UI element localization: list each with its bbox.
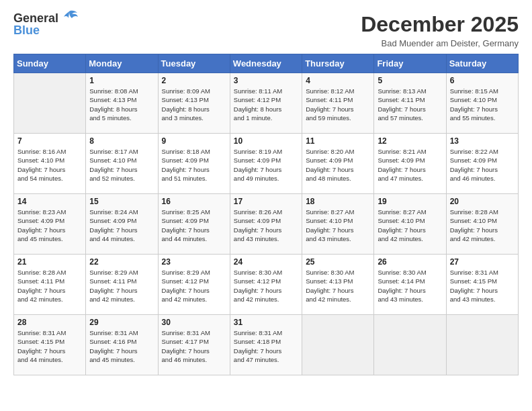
calendar-cell: 9Sunrise: 8:18 AM Sunset: 4:09 PM Daylig… bbox=[158, 134, 230, 194]
day-number: 6 bbox=[450, 76, 515, 85]
day-info: Sunrise: 8:30 AM Sunset: 4:12 PM Dayligh… bbox=[234, 268, 298, 304]
page-header: General Blue December 2025 Bad Muender a… bbox=[13, 12, 519, 48]
day-info: Sunrise: 8:31 AM Sunset: 4:16 PM Dayligh… bbox=[89, 328, 154, 364]
column-header-sunday: Sunday bbox=[14, 54, 86, 73]
calendar-cell: 31Sunrise: 8:31 AM Sunset: 4:18 PM Dayli… bbox=[230, 315, 302, 375]
calendar-cell: 3Sunrise: 8:11 AM Sunset: 4:12 PM Daylig… bbox=[230, 73, 302, 134]
day-info: Sunrise: 8:30 AM Sunset: 4:14 PM Dayligh… bbox=[378, 268, 442, 304]
day-info: Sunrise: 8:24 AM Sunset: 4:09 PM Dayligh… bbox=[89, 208, 154, 243]
day-number: 16 bbox=[162, 197, 226, 206]
calendar-cell: 2Sunrise: 8:09 AM Sunset: 4:13 PM Daylig… bbox=[158, 73, 230, 134]
calendar-week-row: 7Sunrise: 8:16 AM Sunset: 4:10 PM Daylig… bbox=[14, 134, 519, 194]
day-number: 24 bbox=[234, 257, 298, 267]
column-header-tuesday: Tuesday bbox=[158, 54, 230, 73]
calendar-week-row: 28Sunrise: 8:31 AM Sunset: 4:15 PM Dayli… bbox=[14, 315, 519, 375]
day-number: 5 bbox=[378, 76, 442, 85]
day-number: 30 bbox=[162, 318, 226, 327]
logo-bird-icon bbox=[60, 10, 79, 25]
day-info: Sunrise: 8:28 AM Sunset: 4:11 PM Dayligh… bbox=[17, 268, 82, 304]
calendar-cell: 26Sunrise: 8:30 AM Sunset: 4:14 PM Dayli… bbox=[374, 255, 446, 315]
day-number: 20 bbox=[450, 197, 515, 206]
day-info: Sunrise: 8:22 AM Sunset: 4:09 PM Dayligh… bbox=[450, 147, 515, 183]
day-number: 31 bbox=[234, 318, 298, 327]
day-number: 26 bbox=[378, 257, 442, 267]
day-info: Sunrise: 8:29 AM Sunset: 4:11 PM Dayligh… bbox=[89, 268, 154, 304]
day-number: 11 bbox=[306, 136, 370, 146]
calendar-cell: 14Sunrise: 8:23 AM Sunset: 4:09 PM Dayli… bbox=[14, 194, 86, 255]
day-number: 28 bbox=[17, 318, 82, 327]
calendar-cell: 18Sunrise: 8:27 AM Sunset: 4:10 PM Dayli… bbox=[302, 194, 374, 255]
day-info: Sunrise: 8:13 AM Sunset: 4:11 PM Dayligh… bbox=[378, 87, 442, 122]
day-number: 2 bbox=[162, 76, 226, 85]
day-number: 9 bbox=[162, 136, 226, 146]
day-number: 25 bbox=[306, 257, 370, 267]
column-header-wednesday: Wednesday bbox=[230, 54, 302, 73]
day-info: Sunrise: 8:09 AM Sunset: 4:13 PM Dayligh… bbox=[162, 87, 226, 122]
day-info: Sunrise: 8:31 AM Sunset: 4:15 PM Dayligh… bbox=[450, 268, 515, 304]
column-header-saturday: Saturday bbox=[446, 54, 518, 73]
calendar-cell: 29Sunrise: 8:31 AM Sunset: 4:16 PM Dayli… bbox=[86, 315, 158, 375]
calendar-cell: 30Sunrise: 8:31 AM Sunset: 4:17 PM Dayli… bbox=[158, 315, 230, 375]
day-info: Sunrise: 8:29 AM Sunset: 4:12 PM Dayligh… bbox=[162, 268, 226, 304]
calendar-cell bbox=[302, 315, 374, 375]
day-number: 15 bbox=[89, 197, 154, 206]
calendar-week-row: 21Sunrise: 8:28 AM Sunset: 4:11 PM Dayli… bbox=[14, 255, 519, 315]
calendar-cell: 27Sunrise: 8:31 AM Sunset: 4:15 PM Dayli… bbox=[446, 255, 518, 315]
day-info: Sunrise: 8:17 AM Sunset: 4:10 PM Dayligh… bbox=[89, 147, 154, 183]
day-number: 4 bbox=[306, 76, 370, 85]
calendar-cell: 10Sunrise: 8:19 AM Sunset: 4:09 PM Dayli… bbox=[230, 134, 302, 194]
calendar-cell: 13Sunrise: 8:22 AM Sunset: 4:09 PM Dayli… bbox=[446, 134, 518, 194]
day-info: Sunrise: 8:26 AM Sunset: 4:09 PM Dayligh… bbox=[234, 208, 298, 243]
day-info: Sunrise: 8:25 AM Sunset: 4:09 PM Dayligh… bbox=[162, 208, 226, 243]
day-number: 27 bbox=[450, 257, 515, 267]
calendar-cell: 20Sunrise: 8:28 AM Sunset: 4:10 PM Dayli… bbox=[446, 194, 518, 255]
calendar-cell bbox=[446, 315, 518, 375]
day-info: Sunrise: 8:31 AM Sunset: 4:17 PM Dayligh… bbox=[162, 328, 226, 364]
day-info: Sunrise: 8:21 AM Sunset: 4:09 PM Dayligh… bbox=[378, 147, 442, 183]
calendar-cell: 1Sunrise: 8:08 AM Sunset: 4:13 PM Daylig… bbox=[86, 73, 158, 134]
calendar-cell: 4Sunrise: 8:12 AM Sunset: 4:11 PM Daylig… bbox=[302, 73, 374, 134]
calendar-cell: 12Sunrise: 8:21 AM Sunset: 4:09 PM Dayli… bbox=[374, 134, 446, 194]
day-number: 10 bbox=[234, 136, 298, 146]
calendar-cell bbox=[374, 315, 446, 375]
day-number: 14 bbox=[17, 197, 82, 206]
day-number: 19 bbox=[378, 197, 442, 206]
calendar-cell: 5Sunrise: 8:13 AM Sunset: 4:11 PM Daylig… bbox=[374, 73, 446, 134]
calendar-cell: 8Sunrise: 8:17 AM Sunset: 4:10 PM Daylig… bbox=[86, 134, 158, 194]
calendar-cell: 15Sunrise: 8:24 AM Sunset: 4:09 PM Dayli… bbox=[86, 194, 158, 255]
day-number: 12 bbox=[378, 136, 442, 146]
day-number: 18 bbox=[306, 197, 370, 206]
day-info: Sunrise: 8:12 AM Sunset: 4:11 PM Dayligh… bbox=[306, 87, 370, 122]
day-number: 21 bbox=[17, 257, 82, 267]
calendar-cell: 28Sunrise: 8:31 AM Sunset: 4:15 PM Dayli… bbox=[14, 315, 86, 375]
day-info: Sunrise: 8:31 AM Sunset: 4:15 PM Dayligh… bbox=[17, 328, 82, 364]
day-info: Sunrise: 8:28 AM Sunset: 4:10 PM Dayligh… bbox=[450, 208, 515, 243]
column-header-friday: Friday bbox=[374, 54, 446, 73]
calendar-cell: 21Sunrise: 8:28 AM Sunset: 4:11 PM Dayli… bbox=[14, 255, 86, 315]
calendar-cell: 19Sunrise: 8:27 AM Sunset: 4:10 PM Dayli… bbox=[374, 194, 446, 255]
day-info: Sunrise: 8:30 AM Sunset: 4:13 PM Dayligh… bbox=[306, 268, 370, 304]
day-number: 8 bbox=[89, 136, 154, 146]
logo: General Blue bbox=[13, 12, 79, 38]
day-number: 22 bbox=[89, 257, 154, 267]
day-info: Sunrise: 8:27 AM Sunset: 4:10 PM Dayligh… bbox=[306, 208, 370, 243]
calendar-week-row: 14Sunrise: 8:23 AM Sunset: 4:09 PM Dayli… bbox=[14, 194, 519, 255]
calendar-cell bbox=[14, 73, 86, 134]
day-info: Sunrise: 8:18 AM Sunset: 4:09 PM Dayligh… bbox=[162, 147, 226, 183]
day-number: 7 bbox=[17, 136, 82, 146]
location: Bad Muender am Deister, Germany bbox=[361, 38, 519, 48]
day-info: Sunrise: 8:27 AM Sunset: 4:10 PM Dayligh… bbox=[378, 208, 442, 243]
day-number: 29 bbox=[89, 318, 154, 327]
day-info: Sunrise: 8:23 AM Sunset: 4:09 PM Dayligh… bbox=[17, 208, 82, 243]
day-number: 17 bbox=[234, 197, 298, 206]
calendar-cell: 11Sunrise: 8:20 AM Sunset: 4:09 PM Dayli… bbox=[302, 134, 374, 194]
calendar-cell: 25Sunrise: 8:30 AM Sunset: 4:13 PM Dayli… bbox=[302, 255, 374, 315]
calendar-header-row: SundayMondayTuesdayWednesdayThursdayFrid… bbox=[14, 54, 519, 73]
column-header-thursday: Thursday bbox=[302, 54, 374, 73]
calendar-cell: 6Sunrise: 8:15 AM Sunset: 4:10 PM Daylig… bbox=[446, 73, 518, 134]
day-info: Sunrise: 8:15 AM Sunset: 4:10 PM Dayligh… bbox=[450, 87, 515, 122]
calendar-cell: 17Sunrise: 8:26 AM Sunset: 4:09 PM Dayli… bbox=[230, 194, 302, 255]
logo-blue-text: Blue bbox=[13, 24, 40, 37]
column-header-monday: Monday bbox=[86, 54, 158, 73]
calendar-cell: 7Sunrise: 8:16 AM Sunset: 4:10 PM Daylig… bbox=[14, 134, 86, 194]
